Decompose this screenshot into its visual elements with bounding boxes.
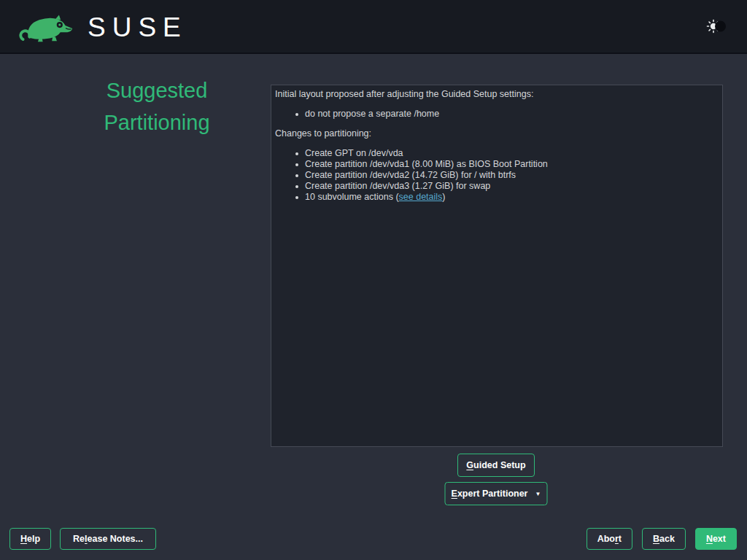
button-label: Re [73, 534, 85, 544]
button-label: elp [27, 534, 40, 544]
bottom-bar-left: Help Release Notes... [9, 528, 156, 550]
chameleon-logo-icon [16, 8, 76, 44]
help-button[interactable]: Help [9, 528, 51, 550]
button-label: ext [713, 534, 726, 544]
abort-button[interactable]: Abort [587, 528, 632, 550]
button-label: uided Setup [473, 460, 526, 470]
subvolume-text-prefix: 10 subvolume actions ( [305, 192, 399, 202]
button-label-accel: G [466, 460, 473, 470]
button-label-accel: H [20, 534, 27, 544]
partitioning-proposal-panel: Initial layout proposed after adjusting … [271, 85, 723, 447]
theme-toggle-button[interactable] [706, 19, 727, 34]
guided-setup-button[interactable]: Guided Setup [457, 454, 535, 477]
button-label: ease Notes... [88, 534, 143, 544]
subvolume-text-suffix: ) [442, 192, 445, 202]
suse-brand: SUSE [16, 8, 187, 44]
next-button[interactable]: Next [695, 528, 737, 550]
moon-icon [715, 21, 726, 32]
changes-heading: Changes to partitioning: [275, 128, 719, 139]
back-button[interactable]: Back [642, 528, 686, 550]
proposal-intro-text: Initial layout proposed after adjusting … [275, 89, 719, 100]
list-item: Create partition /dev/vda2 (14.72 GiB) f… [300, 170, 719, 181]
list-item: Create partition /dev/vda1 (8.00 MiB) as… [300, 159, 719, 170]
button-label: Abo [597, 534, 615, 544]
expert-partitioner-dropdown-button[interactable]: Expert Partitioner▼ [445, 482, 548, 505]
list-item-subvolumes: 10 subvolume actions (see details) [300, 192, 719, 203]
intro-bullet-list: do not propose a separate /home [275, 109, 719, 120]
button-label-accel: N [706, 534, 713, 544]
button-label: xpert Partitioner [457, 489, 528, 499]
list-item: Create partition /dev/vda3 (1.27 GiB) fo… [300, 181, 719, 192]
button-label: ack [659, 534, 675, 544]
header-bar: SUSE [0, 0, 747, 54]
see-details-link[interactable]: see details [399, 192, 443, 202]
page-title-line1: Suggested [29, 74, 285, 106]
list-item: Create GPT on /dev/vda [300, 148, 719, 159]
chevron-down-icon: ▼ [535, 490, 541, 497]
brand-wordmark: SUSE [88, 12, 187, 41]
release-notes-button[interactable]: Release Notes... [60, 528, 156, 550]
page-title-line2: Partitioning [29, 106, 285, 139]
page-title: Suggested Partitioning [29, 74, 285, 139]
button-label: t [619, 534, 622, 544]
bottom-bar-right: Abort Back Next [587, 528, 737, 550]
changes-bullet-list: Create GPT on /dev/vda Create partition … [275, 148, 719, 203]
button-label-accel: B [653, 534, 659, 544]
button-label-group: Expert Partitioner [452, 489, 528, 499]
list-item: do not propose a separate /home [300, 109, 719, 120]
